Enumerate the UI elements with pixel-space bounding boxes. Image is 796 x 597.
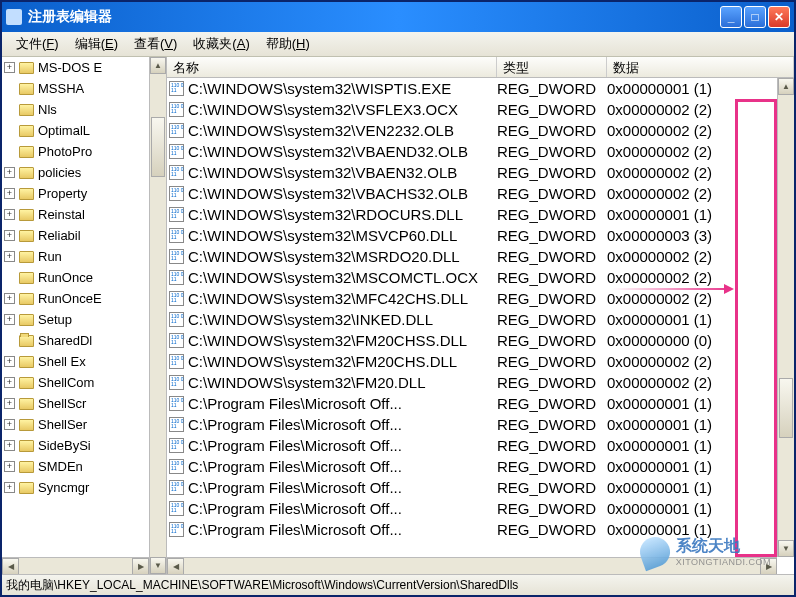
expander-icon[interactable]: + <box>4 188 15 199</box>
tree-node[interactable]: +Shell Ex <box>2 351 149 372</box>
tree-node[interactable]: SharedDl <box>2 330 149 351</box>
menu-h[interactable]: 帮助(H) <box>258 33 318 55</box>
tree-node-label: Setup <box>38 312 72 327</box>
close-button[interactable]: ✕ <box>768 6 790 28</box>
scroll-right-icon[interactable]: ▶ <box>132 558 149 574</box>
list-row[interactable]: C:\WINDOWS\system32\VBAEND32.OLBREG_DWOR… <box>167 141 777 162</box>
cell-name: C:\Program Files\Microsoft Off... <box>167 416 497 433</box>
expander-icon[interactable]: + <box>4 293 15 304</box>
tree-node[interactable]: +policies <box>2 162 149 183</box>
expander-icon[interactable]: + <box>4 482 15 493</box>
menu-a[interactable]: 收藏夹(A) <box>185 33 257 55</box>
tree-node[interactable]: +Run <box>2 246 149 267</box>
tree-node[interactable]: +SMDEn <box>2 456 149 477</box>
binary-icon <box>169 522 184 537</box>
tree-node[interactable]: +ShellSer <box>2 414 149 435</box>
tree-node[interactable]: PhotoPro <box>2 141 149 162</box>
list-row[interactable]: C:\WINDOWS\system32\VBAEN32.OLBREG_DWORD… <box>167 162 777 183</box>
tree-node[interactable]: +SideBySi <box>2 435 149 456</box>
list-row[interactable]: C:\WINDOWS\system32\MFC42CHS.DLLREG_DWOR… <box>167 288 777 309</box>
binary-icon <box>169 417 184 432</box>
col-header-name[interactable]: 名称 <box>167 57 497 77</box>
tree-node[interactable]: OptimalL <box>2 120 149 141</box>
menu-f[interactable]: 文件(F) <box>8 33 67 55</box>
tree-node[interactable]: +RunOnceE <box>2 288 149 309</box>
cell-type: REG_DWORD <box>497 332 607 349</box>
binary-icon <box>169 501 184 516</box>
list-row[interactable]: C:\WINDOWS\system32\MSVCP60.DLLREG_DWORD… <box>167 225 777 246</box>
list-row[interactable]: C:\Program Files\Microsoft Off...REG_DWO… <box>167 498 777 519</box>
expander-icon[interactable]: + <box>4 209 15 220</box>
scroll-up-icon[interactable]: ▲ <box>150 57 166 74</box>
list-row[interactable]: C:\Program Files\Microsoft Off...REG_DWO… <box>167 477 777 498</box>
scroll-up-icon[interactable]: ▲ <box>778 78 794 95</box>
tree-node[interactable]: +Reliabil <box>2 225 149 246</box>
list-row[interactable]: C:\WINDOWS\system32\RDOCURS.DLLREG_DWORD… <box>167 204 777 225</box>
titlebar[interactable]: 注册表编辑器 _ □ ✕ <box>2 2 794 32</box>
col-header-data[interactable]: 数据 <box>607 57 794 77</box>
folder-icon <box>19 272 34 284</box>
tree-node[interactable]: +ShellCom <box>2 372 149 393</box>
expander-icon[interactable]: + <box>4 62 15 73</box>
scroll-thumb[interactable] <box>151 117 165 177</box>
tree-node-label: MS-DOS E <box>38 60 102 75</box>
list-row[interactable]: C:\Program Files\Microsoft Off...REG_DWO… <box>167 393 777 414</box>
list-row[interactable]: C:\Program Files\Microsoft Off...REG_DWO… <box>167 414 777 435</box>
tree-node[interactable]: +Property <box>2 183 149 204</box>
menu-e[interactable]: 编辑(E) <box>67 33 126 55</box>
list-row[interactable]: C:\WINDOWS\system32\WISPTIS.EXEREG_DWORD… <box>167 78 777 99</box>
cell-name: C:\WINDOWS\system32\VBAEN32.OLB <box>167 164 497 181</box>
scroll-left-icon[interactable]: ◀ <box>2 558 19 574</box>
expander-blank <box>4 272 15 283</box>
list-row[interactable]: C:\WINDOWS\system32\MSCOMCTL.OCXREG_DWOR… <box>167 267 777 288</box>
cell-type: REG_DWORD <box>497 164 607 181</box>
list-row[interactable]: C:\WINDOWS\system32\FM20.DLLREG_DWORD0x0… <box>167 372 777 393</box>
expander-icon[interactable]: + <box>4 440 15 451</box>
tree-node[interactable]: +Reinstal <box>2 204 149 225</box>
col-header-type[interactable]: 类型 <box>497 57 607 77</box>
tree-vscrollbar[interactable]: ▲ ▼ <box>149 57 166 574</box>
tree-node[interactable]: +Syncmgr <box>2 477 149 498</box>
expander-icon[interactable]: + <box>4 356 15 367</box>
expander-icon[interactable]: + <box>4 251 15 262</box>
list-row[interactable]: C:\WINDOWS\system32\VSFLEX3.OCXREG_DWORD… <box>167 99 777 120</box>
menu-v[interactable]: 查看(V) <box>126 33 185 55</box>
scroll-down-icon[interactable]: ▼ <box>150 557 166 574</box>
folder-icon <box>19 230 34 242</box>
list-row[interactable]: C:\WINDOWS\system32\MSRDO20.DLLREG_DWORD… <box>167 246 777 267</box>
expander-icon[interactable]: + <box>4 314 15 325</box>
list-row[interactable]: C:\WINDOWS\system32\VEN2232.OLBREG_DWORD… <box>167 120 777 141</box>
cell-name: C:\WINDOWS\system32\MFC42CHS.DLL <box>167 290 497 307</box>
tree-node[interactable]: MSSHA <box>2 78 149 99</box>
expander-icon[interactable]: + <box>4 230 15 241</box>
minimize-button[interactable]: _ <box>720 6 742 28</box>
cell-type: REG_DWORD <box>497 122 607 139</box>
list-row[interactable]: C:\WINDOWS\system32\FM20CHSS.DLLREG_DWOR… <box>167 330 777 351</box>
list-row[interactable]: C:\Program Files\Microsoft Off...REG_DWO… <box>167 456 777 477</box>
tree-hscrollbar[interactable]: ◀ ▶ <box>2 557 149 574</box>
list-row[interactable]: C:\WINDOWS\system32\INKED.DLLREG_DWORD0x… <box>167 309 777 330</box>
scroll-left-icon[interactable]: ◀ <box>167 558 184 574</box>
list-vscrollbar[interactable]: ▲ ▼ <box>777 78 794 557</box>
list-row[interactable]: C:\Program Files\Microsoft Off...REG_DWO… <box>167 435 777 456</box>
list-row[interactable]: C:\WINDOWS\system32\FM20CHS.DLLREG_DWORD… <box>167 351 777 372</box>
scroll-down-icon[interactable]: ▼ <box>778 540 794 557</box>
scroll-thumb[interactable] <box>779 378 793 438</box>
cell-data: 0x00000001 (1) <box>607 437 777 454</box>
expander-icon[interactable]: + <box>4 398 15 409</box>
folder-icon <box>19 62 34 74</box>
tree-node[interactable]: +ShellScr <box>2 393 149 414</box>
expander-icon[interactable]: + <box>4 377 15 388</box>
expander-icon[interactable]: + <box>4 419 15 430</box>
expander-icon[interactable]: + <box>4 461 15 472</box>
tree-node[interactable]: Nls <box>2 99 149 120</box>
cell-type: REG_DWORD <box>497 416 607 433</box>
list-row[interactable]: C:\WINDOWS\system32\VBACHS32.OLBREG_DWOR… <box>167 183 777 204</box>
expander-icon[interactable]: + <box>4 167 15 178</box>
tree-node[interactable]: +MS-DOS E <box>2 57 149 78</box>
cell-type: REG_DWORD <box>497 143 607 160</box>
tree-node[interactable]: RunOnce <box>2 267 149 288</box>
tree-node[interactable]: +Setup <box>2 309 149 330</box>
cell-type: REG_DWORD <box>497 437 607 454</box>
maximize-button[interactable]: □ <box>744 6 766 28</box>
